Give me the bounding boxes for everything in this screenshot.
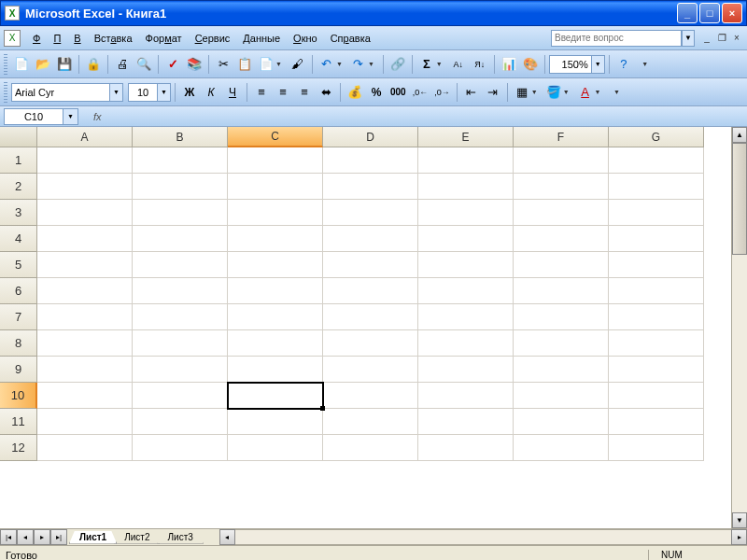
cell-B9[interactable] bbox=[133, 357, 228, 383]
paste-button[interactable]: 📄▼ bbox=[256, 54, 287, 75]
cell-G8[interactable] bbox=[609, 330, 704, 357]
sheet-tab-Лист1[interactable]: Лист1 bbox=[69, 531, 117, 544]
menu-view[interactable]: В bbox=[67, 30, 87, 47]
menu-format[interactable]: Формат bbox=[139, 30, 189, 47]
cell-F6[interactable] bbox=[514, 278, 609, 304]
sort-asc-button[interactable]: А↓ bbox=[448, 54, 469, 75]
tab-next-button[interactable]: ▸ bbox=[34, 529, 50, 545]
row-header-10[interactable]: 10 bbox=[0, 383, 37, 409]
cell-E10[interactable] bbox=[418, 383, 514, 409]
cell-G4[interactable] bbox=[609, 226, 704, 252]
horizontal-scrollbar[interactable]: ◂ ▸ bbox=[219, 529, 747, 545]
menu-tools[interactable]: Сервис bbox=[189, 30, 237, 47]
minimize-button[interactable]: _ bbox=[677, 3, 698, 23]
row-header-7[interactable]: 7 bbox=[0, 304, 37, 330]
zoom-dropdown-icon[interactable]: ▼ bbox=[591, 56, 604, 73]
research-button[interactable]: 📚 bbox=[184, 54, 204, 75]
currency-button[interactable]: 💰 bbox=[345, 82, 365, 103]
scroll-track[interactable] bbox=[235, 529, 731, 545]
row-header-2[interactable]: 2 bbox=[0, 174, 37, 200]
open-button[interactable]: 📂 bbox=[33, 54, 53, 75]
scroll-thumb[interactable] bbox=[732, 143, 747, 255]
name-box[interactable]: ▼ bbox=[4, 108, 78, 125]
cell-A4[interactable] bbox=[37, 226, 133, 252]
cell-A11[interactable] bbox=[37, 409, 133, 435]
cell-D10[interactable] bbox=[323, 383, 418, 409]
align-left-button[interactable]: ≡ bbox=[251, 82, 272, 103]
autosum-button[interactable]: Σ▼ bbox=[416, 54, 447, 75]
column-header-F[interactable]: F bbox=[514, 127, 609, 147]
cell-B11[interactable] bbox=[133, 409, 228, 435]
font-size-input[interactable] bbox=[129, 84, 157, 101]
cell-E8[interactable] bbox=[418, 330, 514, 357]
decrease-decimal-button[interactable]: ,0→ bbox=[431, 82, 453, 103]
cell-B5[interactable] bbox=[133, 252, 228, 278]
format-painter-button[interactable]: 🖌 bbox=[288, 54, 308, 75]
cell-D6[interactable] bbox=[323, 278, 418, 304]
cell-F9[interactable] bbox=[514, 357, 609, 383]
column-header-D[interactable]: D bbox=[323, 127, 418, 147]
percent-button[interactable]: % bbox=[366, 82, 387, 103]
undo-button[interactable]: ↶▼ bbox=[317, 54, 347, 75]
scroll-right-button[interactable]: ▸ bbox=[731, 529, 747, 545]
column-header-B[interactable]: B bbox=[133, 127, 228, 147]
cell-F1[interactable] bbox=[514, 147, 609, 174]
chart-wizard-button[interactable]: 📊 bbox=[499, 54, 519, 75]
scroll-track[interactable] bbox=[732, 143, 747, 512]
help-dropdown-icon[interactable]: ▼ bbox=[682, 30, 695, 47]
cell-B12[interactable] bbox=[133, 435, 228, 461]
cell-C1[interactable] bbox=[228, 147, 323, 174]
cell-G3[interactable] bbox=[609, 200, 704, 226]
sheet-tab-Лист2[interactable]: Лист2 bbox=[114, 531, 160, 544]
row-header-12[interactable]: 12 bbox=[0, 435, 37, 461]
spellcheck-button[interactable]: ✓ bbox=[162, 54, 183, 75]
vertical-scrollbar[interactable]: ▲ ▼ bbox=[731, 127, 747, 528]
formula-input[interactable] bbox=[107, 108, 743, 125]
select-all-button[interactable] bbox=[0, 127, 37, 147]
print-preview-button[interactable]: 🔍 bbox=[134, 54, 154, 75]
cell-G2[interactable] bbox=[609, 174, 704, 200]
font-name-combo[interactable]: ▼ bbox=[11, 83, 123, 102]
cell-A8[interactable] bbox=[37, 330, 133, 357]
cell-C6[interactable] bbox=[228, 278, 323, 304]
cell-F5[interactable] bbox=[514, 252, 609, 278]
hyperlink-button[interactable]: 🔗 bbox=[388, 54, 408, 75]
menu-window[interactable]: Окно bbox=[287, 30, 324, 47]
drawing-button[interactable]: 🎨 bbox=[520, 54, 541, 75]
tab-prev-button[interactable]: ◂ bbox=[17, 529, 34, 545]
cell-D2[interactable] bbox=[323, 174, 418, 200]
cell-F11[interactable] bbox=[514, 409, 609, 435]
cell-E3[interactable] bbox=[418, 200, 514, 226]
cell-E6[interactable] bbox=[418, 278, 514, 304]
cell-F10[interactable] bbox=[514, 383, 609, 409]
font-size-combo[interactable]: ▼ bbox=[128, 83, 171, 102]
cell-A3[interactable] bbox=[37, 200, 133, 226]
cell-D5[interactable] bbox=[323, 252, 418, 278]
cell-G6[interactable] bbox=[609, 278, 704, 304]
cell-B10[interactable] bbox=[133, 383, 228, 409]
help-search-input[interactable] bbox=[551, 30, 682, 47]
cell-C11[interactable] bbox=[228, 409, 323, 435]
scroll-left-button[interactable]: ◂ bbox=[219, 529, 235, 545]
cell-A10[interactable] bbox=[37, 383, 133, 409]
cell-E2[interactable] bbox=[418, 174, 514, 200]
row-header-9[interactable]: 9 bbox=[0, 357, 37, 383]
decrease-indent-button[interactable]: ⇤ bbox=[461, 82, 482, 103]
toolbar-options-button[interactable]: ▼ bbox=[635, 54, 655, 75]
toolbar-grip[interactable] bbox=[4, 54, 7, 75]
name-box-input[interactable] bbox=[5, 109, 63, 124]
underline-button[interactable]: Ч bbox=[222, 82, 243, 103]
cell-D1[interactable] bbox=[323, 147, 418, 174]
cell-G1[interactable] bbox=[609, 147, 704, 174]
cell-B1[interactable] bbox=[133, 147, 228, 174]
zoom-input[interactable] bbox=[550, 56, 591, 73]
cell-B4[interactable] bbox=[133, 226, 228, 252]
column-header-C[interactable]: C bbox=[228, 127, 323, 147]
cell-A5[interactable] bbox=[37, 252, 133, 278]
increase-decimal-button[interactable]: ,0← bbox=[410, 82, 431, 103]
toolbar-grip[interactable] bbox=[4, 82, 7, 103]
sort-desc-button[interactable]: Я↓ bbox=[470, 54, 490, 75]
cell-E1[interactable] bbox=[418, 147, 514, 174]
cell-C12[interactable] bbox=[228, 435, 323, 461]
cell-C3[interactable] bbox=[228, 200, 323, 226]
